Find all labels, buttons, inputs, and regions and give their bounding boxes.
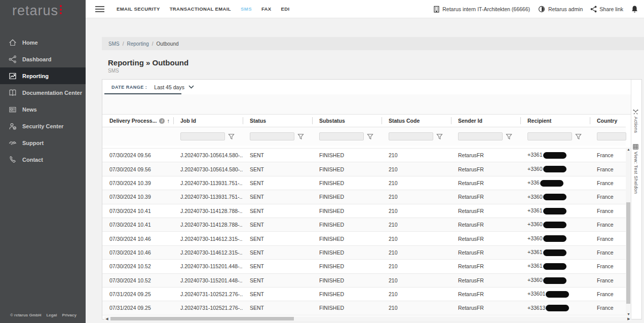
table-row[interactable]: 07/30/2024 10.39 J.20240730-113931.751-.… (102, 176, 626, 190)
sidebar-item-reporting[interactable]: Reporting (0, 67, 86, 84)
reporting-icon (9, 72, 17, 80)
grid-view-icon (633, 144, 638, 150)
table-row[interactable]: 07/30/2024 10.41 J.20240730-114128.788-.… (102, 218, 626, 232)
table-row[interactable]: 07/30/2024 09.56 J.20240730-105614.580-.… (102, 162, 626, 176)
table-row[interactable]: 07/30/2024 10.46 J.20240730-114612.315-.… (102, 232, 626, 245)
nav-edi[interactable]: EDI (281, 6, 290, 12)
country-cell: France (590, 208, 626, 214)
actions-panel-toggle[interactable]: Actions (633, 109, 638, 133)
job-id-cell: J.20240730-115201.448-... (173, 277, 243, 283)
filter-input-status-code[interactable] (389, 132, 433, 140)
horizontal-scrollbar-thumb[interactable] (110, 317, 294, 320)
filter-input-job-id[interactable] (180, 132, 225, 140)
view-panel-toggle[interactable]: View: Test Sheldon (633, 144, 638, 194)
table-row[interactable]: 07/30/2024 10.46 J.20240730-114612.315-.… (102, 246, 626, 260)
job-id-cell: J.20240731-102521.276-... (173, 305, 243, 311)
column-header-sender-id[interactable]: Sender Id (451, 115, 520, 127)
table-row[interactable]: 07/30/2024 10.52 J.20240730-115201.448-.… (102, 260, 626, 273)
view-label: View: Test Sheldon (633, 152, 638, 194)
admin-role-icon (538, 6, 546, 13)
job-id-cell: J.20240730-105614.580-... (173, 152, 243, 158)
job-id-cell: J.20240730-114128.788-... (173, 208, 243, 214)
dashboard-icon (9, 55, 17, 63)
table-row[interactable]: 07/30/2024 09.56 J.20240730-105614.580-.… (102, 149, 626, 162)
info-icon[interactable]: i (159, 118, 165, 124)
column-header-substatus[interactable]: Substatus (312, 115, 382, 127)
status-cell: SENT (243, 222, 312, 228)
column-header-recipient[interactable]: Recipient (520, 115, 590, 127)
column-header-delivery-process[interactable]: Delivery Process... i ↑ (102, 115, 173, 127)
logo-text: retarus (12, 3, 58, 18)
chevron-down-icon[interactable] (188, 85, 194, 89)
legal-link[interactable]: Legal (46, 313, 57, 317)
job-id-cell: J.20240730-115201.448-... (173, 263, 243, 269)
share-link-button[interactable]: Share link (590, 6, 623, 13)
table-row[interactable]: 07/30/2024 10.52 J.20240730-115201.448-.… (102, 274, 626, 288)
redaction-blob (546, 291, 569, 298)
privacy-link[interactable]: Privacy (62, 313, 76, 317)
column-header-status-code[interactable]: Status Code (382, 115, 451, 127)
sort-ascending-icon[interactable]: ↑ (167, 118, 170, 124)
recipient-cell: +3360 (520, 277, 590, 284)
horizontal-scrollbar[interactable]: ◀ ▶ (104, 316, 631, 321)
filter-funnel-icon[interactable] (367, 133, 373, 142)
sidebar-item-security-center[interactable]: Security Center (0, 118, 86, 134)
sidebar-item-contact[interactable]: Contact (0, 151, 86, 168)
delivery-cell: 07/30/2024 10.41 (102, 222, 173, 228)
job-id-cell: J.20240730-105614.580-... (173, 166, 243, 172)
share-icon (590, 6, 597, 13)
table-row[interactable]: 07/30/2024 10.41 J.20240730-114128.788-.… (102, 204, 626, 218)
filter-funnel-icon[interactable] (506, 133, 512, 142)
notifications-bell-icon[interactable] (631, 5, 638, 13)
sidebar-item-dashboard[interactable]: Dashboard (0, 51, 86, 67)
table-toolbar (102, 94, 631, 115)
column-header-status[interactable]: Status (243, 115, 312, 127)
retarus-logo[interactable]: retarus (12, 3, 62, 19)
filter-input-recipient[interactable] (527, 132, 572, 140)
filter-input-country[interactable] (597, 132, 626, 140)
nav-transactional-email[interactable]: TRANSACTIONAL EMAIL (170, 6, 231, 12)
table-row[interactable]: 07/30/2024 10.39 J.20240730-113931.751-.… (102, 190, 626, 204)
filter-input-sender-id[interactable] (458, 132, 503, 140)
vertical-scrollbar-thumb[interactable] (626, 202, 630, 304)
filter-input-status[interactable] (250, 132, 294, 140)
column-header-country[interactable]: Country (590, 115, 626, 127)
filter-input-substatus[interactable] (319, 132, 364, 140)
sidebar-item-documentation-center[interactable]: Documentation Center (0, 84, 86, 101)
user-menu[interactable]: Retarus admin (538, 6, 583, 13)
delivery-cell: 07/30/2024 09.56 (102, 152, 173, 158)
scroll-left-arrow-icon[interactable]: ◀ (104, 317, 109, 321)
column-header-job-id[interactable]: Job Id (173, 115, 243, 127)
sidebar-item-news[interactable]: News (0, 101, 86, 118)
filter-funnel-icon[interactable] (575, 133, 582, 142)
sidebar-item-label: Reporting (22, 73, 49, 79)
recipient-cell: +3361 (520, 207, 590, 214)
filter-funnel-icon[interactable] (436, 133, 443, 142)
tools-icon (633, 109, 638, 115)
substatus-cell: FINISHED (312, 236, 382, 242)
sidebar-item-support[interactable]: Support (0, 134, 86, 151)
status-code-cell: 210 (382, 222, 451, 228)
sidebar-item-label: Support (22, 140, 44, 146)
substatus-cell: FINISHED (312, 263, 382, 269)
account-selector[interactable]: Retarus intern IT-Architekten (66666) (433, 6, 530, 13)
nav-sms[interactable]: SMS (241, 6, 252, 12)
filter-funnel-icon[interactable] (228, 133, 235, 142)
nav-fax[interactable]: FAX (261, 6, 272, 12)
documentation-icon (9, 89, 17, 97)
status-cell: SENT (243, 194, 312, 200)
sidebar-item-home[interactable]: Home (0, 34, 86, 51)
table-row[interactable]: 07/31/2024 09.25 J.20240731-102521.276-.… (102, 301, 626, 315)
hamburger-menu-icon[interactable] (95, 5, 104, 14)
date-range-value[interactable]: Last 45 days (154, 84, 184, 90)
filter-funnel-icon[interactable] (297, 133, 304, 142)
news-icon (9, 105, 17, 114)
breadcrumb-reporting[interactable]: Reporting (127, 41, 148, 47)
breadcrumb-sms[interactable]: SMS (108, 41, 120, 47)
country-cell: France (590, 180, 626, 186)
app-window: retarus Home Dashboard Reporting Documen… (0, 0, 644, 323)
nav-email-security[interactable]: EMAIL SECURITY (117, 6, 160, 12)
table-row[interactable]: 07/31/2024 09.25 J.20240731-102521.276-.… (102, 288, 626, 301)
status-cell: SENT (243, 208, 312, 214)
status-code-cell: 210 (382, 291, 451, 297)
